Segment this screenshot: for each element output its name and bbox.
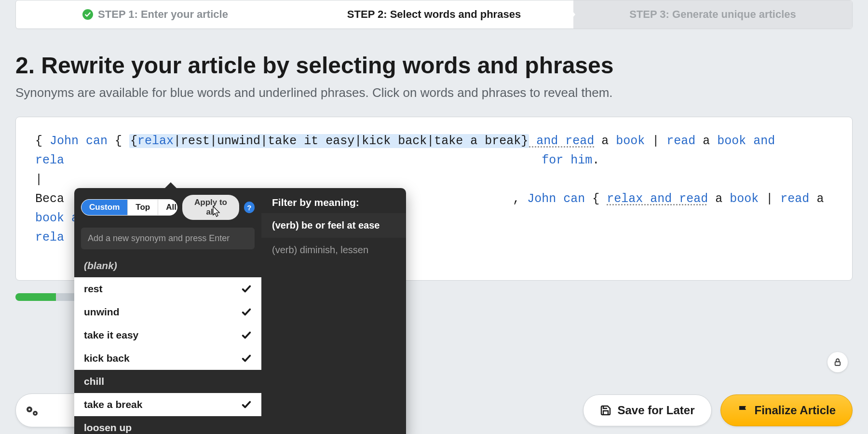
synonym-item[interactable]: rest xyxy=(74,277,261,300)
gears-icon xyxy=(25,403,40,418)
apply-to-all-button[interactable]: Apply to all xyxy=(182,195,239,220)
filter-title: Filter by meaning: xyxy=(261,188,406,213)
synonym-item-label: kick back xyxy=(84,353,130,364)
synonym-mode-segmented[interactable]: Custom Top All xyxy=(81,199,177,216)
synonym-list: (blank) restunwindtake it easykick backc… xyxy=(74,254,261,434)
svg-point-3 xyxy=(28,408,30,410)
synonym-item-label: unwind xyxy=(84,306,119,318)
synonym-item[interactable]: take it easy xyxy=(74,324,261,347)
save-for-later-button[interactable]: Save for Later xyxy=(583,394,711,426)
synonym-popup: Custom Top All Apply to all ? (blank) re… xyxy=(74,188,406,434)
synonym-item-label: rest xyxy=(84,283,103,295)
wizard-stepper: STEP 1: Enter your article STEP 2: Selec… xyxy=(15,0,853,29)
token-john[interactable]: John xyxy=(50,134,79,148)
meaning-option[interactable]: (verb) be or feel at ease xyxy=(261,213,406,238)
help-icon[interactable]: ? xyxy=(244,202,255,213)
add-synonym-input[interactable] xyxy=(81,228,255,249)
svg-point-4 xyxy=(34,412,36,414)
svg-rect-0 xyxy=(835,362,841,366)
synonym-item-label: chill xyxy=(84,376,104,387)
page-title: 2. Rewrite your article by selecting wor… xyxy=(15,52,853,79)
synonym-item[interactable]: kick back xyxy=(74,347,261,370)
editor-line-1: { John can { {relax|rest|unwind|take it … xyxy=(35,132,833,151)
page-subtitle: Synonyms are available for blue words an… xyxy=(15,85,853,100)
step-3-label: STEP 3: Generate unique articles xyxy=(629,8,796,21)
popup-toolbar: Custom Top All Apply to all ? xyxy=(74,188,261,225)
editor-line-3: | xyxy=(35,170,833,190)
synonym-item[interactable]: loosen up xyxy=(74,416,261,434)
lock-badge[interactable] xyxy=(827,352,848,372)
check-icon xyxy=(241,330,252,340)
token-relax[interactable]: relax xyxy=(137,134,174,148)
finalize-article-button[interactable]: Finalize Article xyxy=(720,394,853,426)
synonym-item[interactable]: chill xyxy=(74,370,261,393)
mode-top[interactable]: Top xyxy=(127,200,158,215)
save-icon xyxy=(600,405,611,416)
synonym-item[interactable]: unwind xyxy=(74,300,261,324)
step-1-label: STEP 1: Enter your article xyxy=(98,8,228,21)
check-icon xyxy=(241,284,252,294)
lock-icon xyxy=(833,358,842,366)
spin-group-relax[interactable]: {relax|rest|unwind|take it easy|kick bac… xyxy=(129,134,529,148)
step-2[interactable]: STEP 2: Select words and phrases xyxy=(295,0,573,28)
save-label: Save for Later xyxy=(617,404,694,417)
check-icon xyxy=(241,307,252,317)
synonym-item-label: loosen up xyxy=(84,422,132,434)
finalize-label: Finalize Article xyxy=(755,404,836,417)
editor-line-2: rela xxxxxxxxxxxxxxxxxxxxxxxxxxxxxxxxxxx… xyxy=(35,151,833,170)
synonym-item-label: take a break xyxy=(84,399,142,410)
mode-all[interactable]: All xyxy=(158,200,177,215)
step-2-label: STEP 2: Select words and phrases xyxy=(347,8,521,21)
progress-fill xyxy=(15,293,56,301)
synonym-blank[interactable]: (blank) xyxy=(74,254,261,277)
synonym-item-label: take it easy xyxy=(84,329,138,341)
mode-custom[interactable]: Custom xyxy=(81,200,127,215)
flag-icon xyxy=(737,405,749,416)
meaning-option[interactable]: (verb) diminish, lessen xyxy=(261,238,406,262)
synonym-popup-left: Custom Top All Apply to all ? (blank) re… xyxy=(74,188,261,434)
step-3: STEP 3: Generate unique articles xyxy=(573,0,852,28)
check-icon xyxy=(82,9,93,20)
check-icon xyxy=(241,399,252,410)
synonym-item[interactable]: take a break xyxy=(74,393,261,416)
filter-by-meaning-panel: Filter by meaning: (verb) be or feel at … xyxy=(261,188,406,434)
check-icon xyxy=(241,353,252,364)
step-1[interactable]: STEP 1: Enter your article xyxy=(16,0,295,28)
